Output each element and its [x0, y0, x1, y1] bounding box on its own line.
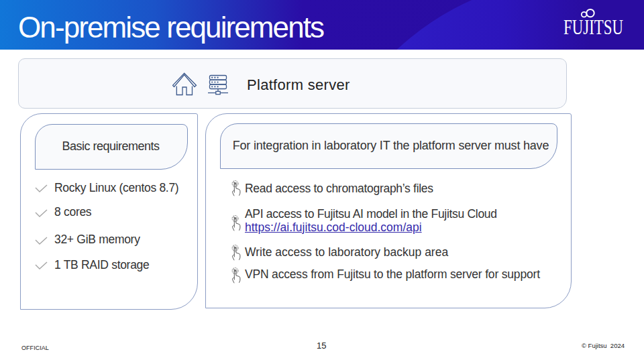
- svg-text:FUJITSU: FUJITSU: [564, 15, 623, 38]
